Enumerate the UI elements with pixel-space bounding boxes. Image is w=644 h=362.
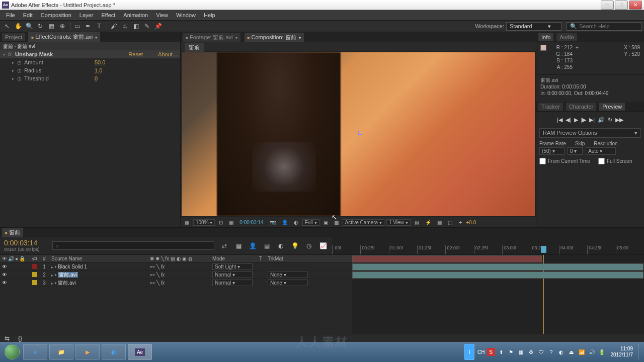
timeline-tab[interactable]: ■ 窗前 (2, 228, 23, 237)
menu-layer[interactable]: Layer (75, 11, 98, 19)
timeline-tracks[interactable] (352, 255, 644, 334)
frameblend-icon[interactable]: ▤ (262, 241, 272, 250)
shy-switch[interactable]: ⊷ (150, 280, 155, 286)
resolution-select[interactable]: Full ▾ (302, 219, 319, 226)
selection-tool-icon[interactable]: ↖ (2, 22, 12, 31)
channel-icon[interactable]: ◐ (292, 219, 300, 226)
blend-mode-select[interactable]: Normal ▾ (212, 272, 253, 278)
reset-exposure-icon[interactable]: ✦ (456, 219, 464, 226)
effect-unsharp-mask[interactable]: ▾ fx Unsharp Mask Reset About... (0, 50, 180, 58)
fx-switch[interactable]: fx (161, 264, 165, 269)
layer-name[interactable]: Black Solid 1 (58, 264, 87, 269)
twirl-right-icon[interactable]: ▸ (51, 281, 53, 286)
menu-window[interactable]: Window (172, 11, 200, 19)
tab-composition[interactable]: ■ Composition: 窗前 ▾ (245, 33, 304, 42)
tab-character[interactable]: Character (566, 103, 596, 111)
video-col-icon[interactable]: 👁 (2, 256, 7, 261)
taskbar-sogou[interactable]: ◐ (102, 344, 126, 360)
brainstorm-icon[interactable]: 💡 (290, 241, 300, 250)
fast-preview-icon[interactable]: ⚡ (423, 219, 433, 226)
from-current-checkbox[interactable]: From Current Time (539, 158, 590, 164)
label-col-icon[interactable]: 🏷 (32, 256, 39, 261)
roi-icon[interactable]: ⊡ (217, 219, 225, 226)
tab-tracker[interactable]: Tracker (538, 103, 563, 111)
taskbar-ie[interactable]: e (23, 344, 47, 360)
tray-ime[interactable]: I (464, 344, 474, 360)
zoom-select[interactable]: 100% ▾ (193, 219, 215, 226)
lock-col-icon[interactable]: 🔒 (19, 256, 25, 261)
full-screen-checkbox[interactable]: Full Screen (598, 158, 632, 164)
roto-tool-icon[interactable]: ✎ (142, 22, 152, 31)
pixel-aspect-icon[interactable]: ▤ (413, 219, 421, 226)
tray-icon[interactable]: ⚑ (507, 348, 515, 356)
panbehind-tool-icon[interactable]: ⊕ (57, 22, 67, 31)
tray-icon[interactable]: ⏏ (568, 348, 576, 356)
layer-name[interactable]: 窗前.avi (58, 280, 76, 286)
shy-icon[interactable]: 👤 (248, 241, 258, 250)
pen-tool-icon[interactable]: ✒ (83, 22, 93, 31)
shy-switch[interactable]: ⊷ (150, 264, 155, 269)
framerate-select[interactable]: (50) ▾ (539, 147, 565, 155)
timeline-search-input[interactable] (52, 241, 214, 250)
stopwatch-icon[interactable]: ◷ (17, 68, 24, 73)
maximize-button[interactable]: □ (615, 1, 628, 10)
menu-edit[interactable]: Edit (19, 11, 37, 19)
show-desktop-button[interactable] (638, 344, 642, 360)
first-frame-icon[interactable]: |◀ (557, 117, 562, 123)
snapshot-icon[interactable]: 📷 (268, 219, 278, 226)
autokeyframe-icon[interactable]: ◷ (304, 241, 314, 250)
expand-icon[interactable]: {} (15, 334, 25, 343)
eye-icon[interactable]: 👁 (2, 280, 7, 286)
taskbar-clock[interactable]: 11:09 2012/11/7 (608, 346, 636, 358)
fx-switch[interactable]: fx (161, 280, 165, 286)
fx-badge-icon[interactable]: fx (8, 52, 15, 57)
twirl-right-icon[interactable]: ▸ (51, 265, 53, 269)
exposure-value[interactable]: +0.0 (466, 220, 476, 225)
solo-col-icon[interactable]: ● (15, 256, 18, 261)
anchor-marker-icon[interactable] (358, 131, 362, 135)
rotation-tool-icon[interactable]: ↻ (35, 22, 45, 31)
audio-col-icon[interactable]: 🔊 (8, 256, 14, 261)
tray-network-icon[interactable]: 📶 (578, 348, 586, 356)
tray-icon[interactable]: ? (547, 348, 555, 356)
stopwatch-icon[interactable]: ◷ (17, 60, 24, 65)
layer-duration-bar[interactable] (352, 263, 643, 270)
preview-resolution-select[interactable]: Auto ▾ (586, 147, 616, 155)
prop-value[interactable]: 1.0 (95, 67, 102, 73)
mute-icon[interactable]: 🔊 (598, 117, 605, 123)
last-frame-icon[interactable]: ▶| (589, 117, 595, 123)
shy-switch[interactable]: ⊷ (150, 272, 155, 278)
tab-effect-controls[interactable]: ■ EffectControls: 窗前.avi ▾ (28, 32, 100, 42)
roi-toggle-icon[interactable]: ▣ (321, 219, 330, 226)
always-preview-icon[interactable]: ▦ (183, 219, 191, 226)
clone-tool-icon[interactable]: ⎌ (120, 22, 130, 31)
chevron-down-icon[interactable]: ▾ (95, 35, 97, 40)
menu-file[interactable]: File (2, 11, 19, 19)
blend-mode-select[interactable]: Soft Light ▾ (212, 263, 253, 270)
twirl-right-icon[interactable]: ▸ (12, 60, 17, 65)
quality-switch[interactable]: ╲ (156, 280, 159, 286)
draft3d-icon[interactable]: ▦ (233, 241, 244, 250)
playhead-handle-icon[interactable] (541, 246, 546, 253)
ram-preview-options[interactable]: RAM Preview Options▾ (539, 128, 641, 138)
prev-frame-icon[interactable]: ◀| (566, 117, 571, 123)
minimize-button[interactable]: ─ (601, 1, 614, 10)
layer-name[interactable]: 窗前.avi (58, 272, 78, 278)
close-button[interactable]: ✕ (629, 1, 642, 10)
trkmat-select[interactable]: None ▾ (268, 272, 308, 278)
tray-battery-icon[interactable]: 🔋 (598, 348, 606, 356)
label-color[interactable] (32, 264, 37, 269)
show-snapshot-icon[interactable]: 👤 (280, 219, 290, 226)
puppet-tool-icon[interactable]: 📌 (153, 22, 163, 31)
menu-view[interactable]: View (152, 11, 172, 19)
timeline-layer-row[interactable]: 👁 3 ▸ ▪ 窗前.avi ⊷ ╲ fx Normal ▾ None ▾ (0, 279, 352, 287)
tray-icon[interactable]: ◐ (557, 348, 566, 356)
menu-help[interactable]: Help (200, 11, 219, 19)
twirl-right-icon[interactable]: ▸ (51, 273, 53, 278)
blend-mode-select[interactable]: Normal ▾ (212, 280, 253, 286)
quality-switch[interactable]: ╲ (156, 272, 159, 278)
taskbar-aftereffects[interactable]: Ae (128, 344, 152, 360)
eye-icon[interactable]: 👁 (2, 272, 7, 278)
eye-icon[interactable]: 👁 (2, 264, 7, 269)
skip-select[interactable]: 0 ▾ (568, 147, 583, 155)
